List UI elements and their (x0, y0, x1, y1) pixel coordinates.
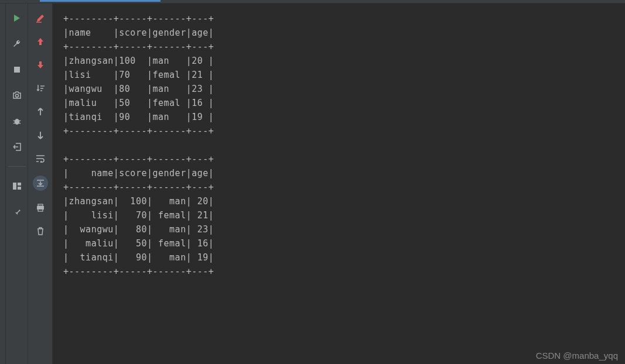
down-arrow-icon[interactable] (34, 59, 47, 71)
wrench-icon[interactable] (11, 37, 23, 50)
t1-row: |zhangsan|100 |man |20 | (63, 56, 214, 66)
svg-line-4 (19, 121, 21, 121)
svg-rect-8 (18, 183, 21, 186)
t2-row: | wangwu| 80| man| 23| (63, 224, 214, 235)
sort-down-icon[interactable] (34, 82, 47, 95)
exit-icon[interactable] (11, 140, 23, 153)
trash-icon[interactable] (34, 225, 47, 238)
t1-border-top: +--------+-----+------+---+ (63, 13, 214, 24)
t2-border-top: +--------+-----+------+---+ (63, 154, 214, 164)
svg-rect-9 (18, 187, 21, 190)
t2-row: | maliu| 50| femal| 16| (63, 238, 214, 249)
t1-header: |name |score|gender|age| (63, 28, 214, 38)
print-icon[interactable] (34, 201, 47, 214)
svg-line-5 (13, 123, 15, 123)
t1-border-bot: +--------+-----+------+---+ (63, 126, 214, 136)
svg-rect-7 (13, 183, 16, 190)
scroll-end-icon[interactable] (33, 176, 48, 191)
t1-row: |wangwu |80 |man |23 | (63, 84, 214, 94)
separator (8, 166, 26, 167)
wrap-icon[interactable] (34, 152, 47, 165)
edit-icon[interactable] (34, 12, 47, 25)
t1-row: |lisi |70 |femal |21 | (63, 70, 214, 80)
t2-border-mid: +--------+-----+------+---+ (63, 182, 214, 193)
t2-border-bot: +--------+-----+------+---+ (63, 266, 214, 277)
pin-icon[interactable] (11, 205, 23, 218)
run-icon[interactable] (11, 12, 23, 25)
stop-icon[interactable] (11, 63, 23, 76)
layout-icon[interactable] (11, 180, 23, 193)
up-icon[interactable] (34, 105, 47, 118)
console-toolbar (28, 4, 53, 364)
bug-icon[interactable] (11, 115, 23, 128)
t1-row: |tianqi |90 |man |19 | (63, 112, 214, 122)
svg-point-1 (15, 94, 18, 97)
watermark: CSDN @manba_yqq (536, 351, 618, 360)
svg-rect-0 (14, 67, 20, 73)
t2-header: | name|score|gender|age| (63, 168, 214, 178)
camera-icon[interactable] (11, 89, 23, 102)
active-tab-indicator (40, 0, 160, 2)
console-output[interactable]: +--------+-----+------+---+ |name |score… (53, 4, 625, 364)
svg-point-2 (15, 119, 19, 125)
run-toolbar (6, 4, 28, 364)
top-bar (0, 0, 625, 4)
t2-row: |zhangsan| 100| man| 20| (63, 196, 214, 207)
svg-rect-11 (38, 204, 43, 206)
t1-row: |maliu |50 |femal |16 | (63, 98, 214, 108)
t2-row: | lisi| 70| femal| 21| (63, 210, 214, 221)
down-icon[interactable] (34, 129, 47, 142)
up-arrow-icon[interactable] (34, 35, 47, 48)
t1-border-mid: +--------+-----+------+---+ (63, 42, 214, 52)
left-gutter (0, 4, 6, 364)
t2-row: | tianqi| 90| man| 19| (63, 252, 214, 263)
svg-line-3 (13, 121, 15, 121)
svg-line-6 (19, 123, 21, 123)
